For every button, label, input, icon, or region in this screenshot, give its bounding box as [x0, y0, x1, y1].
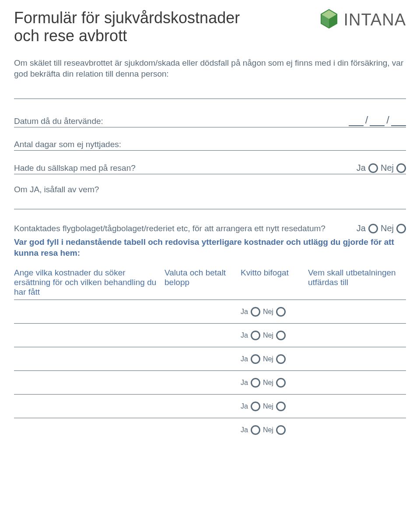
receipt-ja-nej: Ja Nej	[241, 378, 302, 388]
table-header-row: Ange vilka kostnader du söker ersättning…	[14, 268, 406, 300]
title-line-1: Formulär för sjukvårdskostnader	[14, 9, 240, 27]
receipt-radio-nej[interactable]	[276, 307, 286, 317]
input-relation-line[interactable]	[14, 83, 406, 99]
field-if-yes-who: Om JA, isåfall av vem?	[14, 185, 406, 194]
table-header-col1: Ange vilka kostnader du söker ersättning…	[14, 268, 158, 297]
receipt-ja-nej: Ja Nej	[241, 402, 302, 411]
contacted-ja-nej: Ja Nej	[357, 223, 406, 233]
intro-paragraph: Om skälet till reseavbrottet är sjukdom/…	[14, 57, 406, 80]
contacted-label: Kontaktades flygbolaget/tågbolaget/reder…	[14, 224, 357, 233]
companion-label: Hade du sällskap med på resan?	[14, 163, 136, 173]
table-header-col2: Valuta och betalt belopp	[164, 268, 234, 287]
date-year-input[interactable]	[391, 117, 406, 126]
ja-label: Ja	[241, 426, 248, 434]
table-row: Ja Nej	[14, 347, 406, 370]
date-returned-label: Datum då du återvände:	[14, 116, 103, 126]
contacted-radio-nej[interactable]	[396, 224, 406, 233]
receipt-radio-nej[interactable]	[276, 331, 286, 340]
table-row: Ja Nej	[14, 323, 406, 347]
receipt-radio-ja[interactable]	[251, 354, 260, 364]
date-month-input[interactable]	[370, 117, 385, 126]
table-row: Ja Nej	[14, 418, 406, 441]
nej-label: Nej	[263, 379, 273, 387]
input-if-yes-line[interactable]	[14, 196, 406, 209]
receipt-radio-nej[interactable]	[276, 425, 286, 435]
table-row: Ja Nej	[14, 370, 406, 394]
expenses-table: Ange vilka kostnader du söker ersättning…	[14, 268, 406, 441]
receipt-ja-nej: Ja Nej	[241, 307, 302, 317]
table-header-col4: Vem skall utbetalningen utfärdas till	[308, 268, 406, 287]
table-row: Ja Nej	[14, 394, 406, 418]
page-title: Formulär för sjukvårdskostnader och rese…	[14, 9, 240, 45]
receipt-ja-nej: Ja Nej	[241, 425, 302, 435]
nej-label: Nej	[263, 426, 273, 434]
contacted-radio-ja[interactable]	[368, 224, 378, 233]
date-day-input[interactable]	[349, 117, 364, 126]
ja-label: Ja	[241, 332, 248, 339]
receipt-radio-nej[interactable]	[276, 402, 286, 411]
if-yes-label: Om JA, isåfall av vem?	[14, 185, 99, 194]
table-header-col3: Kvitto bifogat	[241, 268, 302, 278]
receipt-ja-nej: Ja Nej	[241, 354, 302, 364]
table-instruction: Var god fyll i nedanstående tabell och r…	[14, 237, 406, 258]
ja-label: Ja	[357, 163, 366, 173]
receipt-radio-ja[interactable]	[251, 402, 260, 411]
field-companion: Hade du sällskap med på resan? Ja Nej	[14, 162, 406, 174]
nej-label: Nej	[381, 223, 394, 233]
receipt-ja-nej: Ja Nej	[241, 331, 302, 340]
nej-label: Nej	[263, 355, 273, 363]
ja-label: Ja	[357, 223, 366, 233]
ja-label: Ja	[241, 355, 248, 363]
brand-logo: INTANA	[319, 9, 406, 31]
ja-label: Ja	[241, 402, 248, 410]
receipt-radio-ja[interactable]	[251, 307, 260, 317]
brand-name: INTANA	[343, 11, 406, 29]
receipt-radio-ja[interactable]	[251, 378, 260, 388]
companion-ja-nej: Ja Nej	[357, 163, 406, 173]
field-date-returned: Datum då du återvände: / /	[14, 113, 406, 127]
nej-label: Nej	[263, 332, 273, 339]
companion-radio-ja[interactable]	[368, 163, 378, 173]
table-row: Ja Nej	[14, 300, 406, 323]
nej-label: Nej	[263, 402, 273, 410]
days-not-used-label: Antal dagar som ej nyttjades:	[14, 140, 121, 149]
receipt-radio-ja[interactable]	[251, 331, 260, 340]
ja-label: Ja	[241, 308, 248, 316]
ja-label: Ja	[241, 379, 248, 387]
nej-label: Nej	[381, 163, 394, 173]
logo-mark-icon	[319, 9, 339, 31]
receipt-radio-nej[interactable]	[276, 354, 286, 364]
receipt-radio-nej[interactable]	[276, 378, 286, 388]
field-days-not-used: Antal dagar som ej nyttjades:	[14, 139, 406, 151]
date-entry[interactable]: / /	[349, 114, 406, 126]
title-line-2: och rese avbrott	[14, 27, 240, 45]
nej-label: Nej	[263, 308, 273, 316]
slash-icon: /	[364, 114, 369, 126]
field-contacted-carrier: Kontaktades flygbolaget/tågbolaget/reder…	[14, 223, 406, 233]
receipt-radio-ja[interactable]	[251, 425, 260, 435]
slash-icon: /	[385, 114, 390, 126]
header: Formulär för sjukvårdskostnader och rese…	[14, 9, 406, 45]
companion-radio-nej[interactable]	[396, 163, 406, 173]
